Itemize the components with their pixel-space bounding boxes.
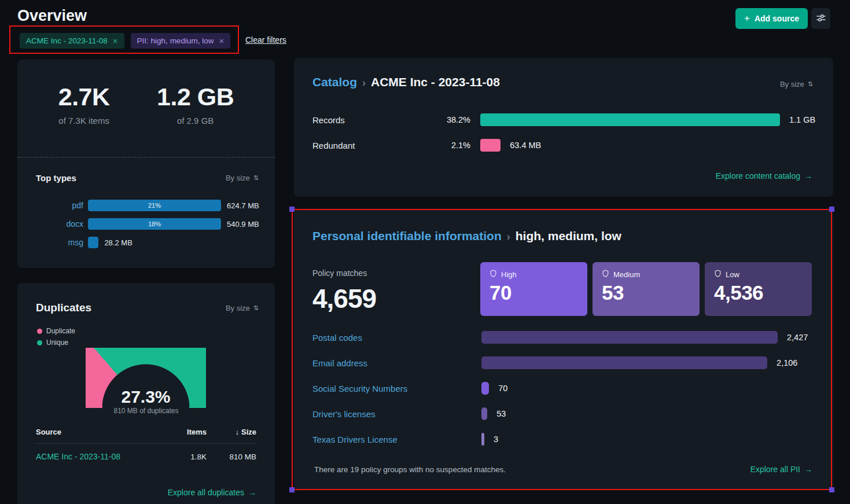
size-value: 810 MB <box>207 453 256 461</box>
pii-match-list: Postal codes 2,427 Email address 2,106 S… <box>312 330 817 458</box>
severity-card-low[interactable]: Low 4,536 <box>705 262 812 316</box>
pii-count: 53 <box>496 409 506 418</box>
chevron-right-icon: › <box>362 77 366 89</box>
catalog-source-name: ACME Inc - 2023-11-08 <box>371 75 500 89</box>
selection-handle <box>289 487 295 492</box>
severity-count: 53 <box>602 281 690 304</box>
pii-type-link[interactable]: Driver's licenses <box>312 409 481 419</box>
type-usage-bar <box>88 237 98 248</box>
pii-bar <box>481 331 778 344</box>
size-sort-header[interactable]: ↓ Size <box>207 428 256 436</box>
source-link[interactable]: ACME Inc - 2023-11-08 <box>36 452 165 461</box>
breadcrumb: Personal identifiable information › high… <box>312 229 621 243</box>
filter-settings-button[interactable] <box>811 8 830 29</box>
redundant-bar <box>480 139 501 152</box>
top-type-row: pdf 21% 624.7 MB <box>35 200 275 211</box>
pii-row: Email address 2,106 <box>312 356 817 370</box>
pii-breadcrumb-link[interactable]: Personal identifiable information <box>312 229 502 243</box>
pii-row: Texas Drivers License 3 <box>312 432 817 446</box>
type-size-label: 28.2 MB <box>104 238 132 247</box>
sort-icon: ⇅ <box>253 304 259 312</box>
sliders-icon <box>816 14 826 24</box>
close-icon[interactable]: × <box>219 36 224 46</box>
selection-handle <box>289 207 295 212</box>
file-type-link[interactable]: msg <box>35 238 88 247</box>
top-type-row: docx 18% 540.9 MB <box>35 218 275 230</box>
records-bar <box>480 113 780 126</box>
explore-catalog-link[interactable]: Explore content catalog → <box>716 171 812 181</box>
pii-card: Personal identifiable information › high… <box>294 210 833 489</box>
legend-unique: Unique <box>37 339 75 347</box>
sort-by-size-control[interactable]: By size ⇅ <box>780 80 813 89</box>
pii-type-link[interactable]: Texas Drivers License <box>312 435 481 444</box>
severity-card-medium[interactable]: Medium 53 <box>593 262 700 316</box>
shield-icon <box>490 270 497 279</box>
arrow-right-icon: → <box>804 171 812 181</box>
pii-count: 2,106 <box>777 358 797 367</box>
row-size: 63.4 MB <box>510 141 541 150</box>
severity-card-high[interactable]: High 70 <box>480 262 587 316</box>
policy-matches-value: 4,659 <box>312 283 376 314</box>
type-size-label: 540.9 MB <box>227 220 259 229</box>
catalog-row-redundant: Redundant 2.1% 63.4 MB <box>312 138 817 152</box>
items-total: of 7.3K items <box>58 116 110 126</box>
duplicates-card: Duplicates By size ⇅ Duplicate Unique 27… <box>17 283 275 504</box>
pii-row: Social Security Numbers 70 <box>312 381 817 395</box>
pii-bar <box>481 433 484 446</box>
policy-matches-label: Policy matches <box>312 268 376 278</box>
duplicates-title: Duplicates <box>36 301 91 314</box>
explore-duplicates-link[interactable]: Explore all duplicates → <box>168 488 256 497</box>
source-column-header: Source <box>36 428 165 436</box>
pii-type-link[interactable]: Social Security Numbers <box>312 384 481 393</box>
close-icon[interactable]: × <box>113 36 118 46</box>
arrow-right-icon: → <box>804 465 812 474</box>
gauge-legend: Duplicate Unique <box>37 327 75 350</box>
sort-icon: ⇅ <box>253 174 259 182</box>
overview-page: Overview + Add source ACME Inc - 2023-11… <box>0 0 850 504</box>
file-type-link[interactable]: pdf <box>35 201 88 210</box>
duplicates-table: Source Items ↓ Size ACME Inc - 2023-11-0… <box>36 428 256 461</box>
pii-row: Driver's licenses 53 <box>312 407 817 421</box>
pii-note: There are 19 policy groups with no suspe… <box>314 465 506 474</box>
type-usage-bar: 18% <box>88 218 221 230</box>
size-count: 1.2 GB <box>157 83 234 111</box>
clear-filters-link[interactable]: Clear filters <box>245 35 286 45</box>
pii-type-link[interactable]: Email address <box>312 358 481 368</box>
sort-by-size-control[interactable]: By size ⇅ <box>226 174 259 182</box>
pii-bar <box>481 356 767 369</box>
size-total: of 2.9 GB <box>157 116 234 126</box>
severity-cards: High 70 Medium 53 Low 4,536 <box>480 262 812 316</box>
pii-count: 2,427 <box>787 333 808 342</box>
catalog-card: Catalog › ACME Inc - 2023-11-08 By size … <box>294 58 833 197</box>
row-percent: 38.2% <box>417 115 470 124</box>
sort-by-size-control[interactable]: By size ⇅ <box>226 304 259 312</box>
catalog-breadcrumb-link[interactable]: Catalog <box>312 75 357 89</box>
active-filters: ACME Inc - 2023-11-08 × PII: high, mediu… <box>20 33 230 49</box>
top-types-title: Top types <box>36 173 76 183</box>
shield-icon <box>602 270 609 279</box>
bar-percent-label <box>88 237 98 248</box>
sort-icon: ⇅ <box>808 80 813 88</box>
filter-chip-pii[interactable]: PII: high, medium, low × <box>131 33 231 49</box>
severity-count: 70 <box>490 281 578 304</box>
unique-dot-icon <box>37 340 42 345</box>
severity-label: Low <box>726 270 739 279</box>
shield-icon <box>714 270 722 279</box>
explore-pii-link[interactable]: Explore all PII → <box>750 465 812 474</box>
pii-bar <box>481 407 487 420</box>
usage-stats: 2.7K of 7.3K items 1.2 GB of 2.9 GB <box>17 60 275 126</box>
plus-icon: + <box>744 13 750 24</box>
usage-summary-card: 2.7K of 7.3K items 1.2 GB of 2.9 GB Top … <box>17 60 275 268</box>
bar-percent-label: 21% <box>88 200 221 211</box>
file-type-link[interactable]: docx <box>35 219 88 229</box>
pii-type-link[interactable]: Postal codes <box>312 333 481 343</box>
pii-severity-scope: high, medium, low <box>516 229 621 243</box>
items-value: 1.8K <box>165 453 207 461</box>
catalog-row-records: Records 38.2% 1.1 GB <box>312 113 817 127</box>
add-source-button[interactable]: + Add source <box>735 8 808 29</box>
type-size-label: 624.7 MB <box>227 201 259 210</box>
filter-chip-source[interactable]: ACME Inc - 2023-11-08 × <box>20 33 124 49</box>
legend-duplicate: Duplicate <box>37 327 75 335</box>
top-type-row: msg 28.2 MB <box>35 237 275 248</box>
row-percent: 2.1% <box>417 141 470 150</box>
